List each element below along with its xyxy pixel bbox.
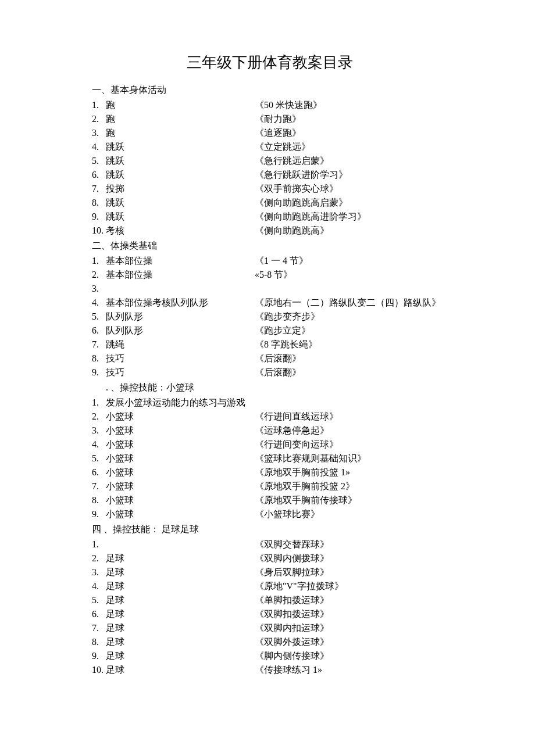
item-desc: 《侧向助跑跳高启蒙》 <box>255 196 448 210</box>
item-label: 足球 <box>106 607 255 621</box>
toc-row: 5.队列队形《跑步变齐步》 <box>92 310 448 324</box>
toc-left: 6.队列队形 <box>92 324 255 338</box>
item-desc: 《后滚翻》 <box>255 366 448 379</box>
item-number: 8. <box>92 352 106 366</box>
toc-left: 2.小篮球 <box>92 410 255 424</box>
toc-row: 9.跳跃《侧向助跑跳高进阶学习》 <box>92 210 448 224</box>
toc-left: 6.小篮球 <box>92 465 255 479</box>
toc-left: 1.发展小篮球运动能力的练习与游戏 <box>92 396 255 410</box>
item-number: 3. <box>92 565 106 579</box>
item-desc: 《耐力跑》 <box>255 112 448 126</box>
toc-left: 6.足球 <box>92 607 255 621</box>
toc-left: 3. <box>92 282 255 296</box>
item-label: 小篮球 <box>106 452 255 465</box>
toc-row: 8.技巧《后滚翻》 <box>92 352 448 366</box>
item-label: 足球 <box>106 649 255 663</box>
item-label: 小篮球 <box>106 410 255 424</box>
toc-row: 4.小篮球《行进间变向运球》 <box>92 438 448 452</box>
item-number: 4. <box>92 140 106 154</box>
item-label: 小篮球 <box>106 493 255 507</box>
item-desc: 《运球急停急起》 <box>255 424 448 438</box>
toc-left: 4.跳跃 <box>92 140 255 154</box>
item-number: 2. <box>92 551 106 565</box>
item-number: 1. <box>92 254 106 268</box>
toc-left: 2.足球 <box>92 551 255 565</box>
toc-row: 8.跳跃《侧向助跑跳高启蒙》 <box>92 196 448 210</box>
toc-row: 5.足球《单脚扣拨运球》 <box>92 593 448 607</box>
item-label: 考核 <box>106 224 255 238</box>
item-label: 发展小篮球运动能力的练习与游戏 <box>106 396 255 410</box>
item-number: 5. <box>92 154 106 168</box>
item-label: 技巧 <box>106 352 255 366</box>
item-desc: 《跑步变齐步》 <box>255 310 448 324</box>
item-desc: 《传接球练习 1» <box>255 663 448 677</box>
item-label: 跳跃 <box>106 210 255 224</box>
item-label: 投掷 <box>106 182 255 196</box>
item-label: 基本部位操 <box>106 254 255 268</box>
toc-row: 4.基本部位操考核队列队形《原地右一（二）路纵队变二（四）路纵队》 <box>92 296 448 310</box>
toc-left: 3.足球 <box>92 565 255 579</box>
toc-left: 7.小篮球 <box>92 479 255 493</box>
item-number: 6. <box>92 607 106 621</box>
toc-left: 8.足球 <box>92 635 255 649</box>
item-label: 小篮球 <box>106 424 255 438</box>
item-desc: 《双脚交替踩球》 <box>255 538 448 551</box>
toc-left: 4.足球 <box>92 579 255 593</box>
toc-left: 7.足球 <box>92 621 255 635</box>
toc-left: 9.足球 <box>92 649 255 663</box>
item-desc: 《8 字跳长绳》 <box>255 338 448 352</box>
item-number: 4. <box>92 438 106 452</box>
item-desc <box>255 396 448 410</box>
toc-row: 9.技巧《后滚翻》 <box>92 366 448 379</box>
toc-row: 8.足球《双脚外拨运球》 <box>92 635 448 649</box>
item-label: 基本部位操 <box>106 268 255 282</box>
item-desc: 《单脚扣拨运球》 <box>255 593 448 607</box>
toc-row: 3. <box>92 282 448 296</box>
toc-left: 5.跳跃 <box>92 154 255 168</box>
toc-left: 1.基本部位操 <box>92 254 255 268</box>
toc-left: 3.小篮球 <box>92 424 255 438</box>
item-number: 1. <box>92 98 106 112</box>
item-number: 1. <box>92 538 106 551</box>
document-page: 三年级下册体育教案目录 一、基本身体活动1.跑《50 米快速跑》2.跑《耐力跑》… <box>0 0 535 700</box>
item-label: 技巧 <box>106 366 255 379</box>
toc-row: 2.足球《双脚内侧拨球》 <box>92 551 448 565</box>
item-desc: 《行进间变向运球》 <box>255 438 448 452</box>
toc-left: 9.跳跃 <box>92 210 255 224</box>
item-number: 6. <box>92 168 106 182</box>
toc-row: 8.小篮球《原地双手胸前传接球》 <box>92 493 448 507</box>
toc-content: 一、基本身体活动1.跑《50 米快速跑》2.跑《耐力跑》3.跑《追逐跑》4.跳跃… <box>92 83 448 677</box>
toc-left: 1. <box>92 538 255 551</box>
item-desc: 《急行跳远启蒙》 <box>255 154 448 168</box>
toc-row: 9.小篮球《小篮球比赛》 <box>92 507 448 521</box>
item-number: 9. <box>92 210 106 224</box>
toc-row: 7.足球《双脚内扣运球》 <box>92 621 448 635</box>
item-number: 3. <box>92 282 106 296</box>
toc-left: 5.队列队形 <box>92 310 255 324</box>
toc-row: 7.投掷《双手前掷实心球》 <box>92 182 448 196</box>
item-desc: 《小篮球比赛》 <box>255 507 448 521</box>
item-desc: 《身后双脚拉球》 <box>255 565 448 579</box>
item-desc: 《双脚内侧拨球》 <box>255 551 448 565</box>
item-desc: 《脚内侧传接球》 <box>255 649 448 663</box>
toc-row: 2.基本部位操«5-8 节》 <box>92 268 448 282</box>
item-desc: 《侧向助跑跳高》 <box>255 224 448 238</box>
item-number: 1. <box>92 396 106 410</box>
item-label: 跑 <box>106 112 255 126</box>
item-desc: 《跑步立定》 <box>255 324 448 338</box>
item-number: 7. <box>92 338 106 352</box>
item-desc: 《原地"V"字拉拨球》 <box>255 579 448 593</box>
item-desc: 《原地双手胸前投篮 1» <box>255 465 448 479</box>
item-desc <box>255 282 448 296</box>
toc-left: 9.小篮球 <box>92 507 255 521</box>
toc-row: 6.足球《双脚扣拨运球》 <box>92 607 448 621</box>
item-label: 队列队形 <box>106 324 255 338</box>
item-number: 9. <box>92 507 106 521</box>
section-heading: 二、体操类基础 <box>92 239 448 253</box>
item-number: 9. <box>92 366 106 379</box>
item-desc: 《立定跳远》 <box>255 140 448 154</box>
item-label: 跳跃 <box>106 154 255 168</box>
item-number: 4. <box>92 579 106 593</box>
item-desc: 《急行跳跃进阶学习》 <box>255 168 448 182</box>
item-number: 7. <box>92 621 106 635</box>
